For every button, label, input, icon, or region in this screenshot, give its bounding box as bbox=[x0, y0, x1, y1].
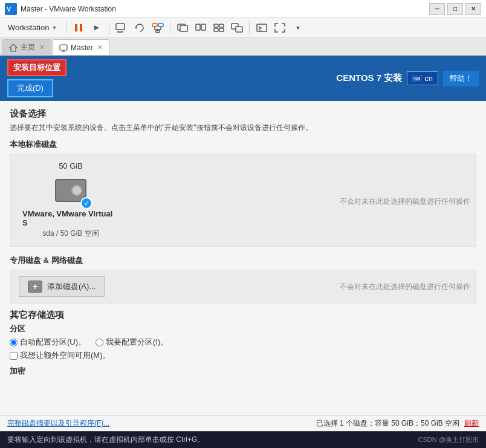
svg-rect-24 bbox=[219, 28, 224, 31]
svg-rect-5 bbox=[116, 24, 125, 30]
extra-space-option[interactable]: 我想让额外空间可用(M)。 bbox=[10, 350, 476, 361]
auto-partition-label: 自动配置分区(U)。 bbox=[20, 337, 86, 348]
tab-home[interactable]: 主页 ✕ bbox=[2, 39, 51, 55]
svg-rect-20 bbox=[201, 24, 206, 30]
disk-info: sda / 50 GiB 空闲 bbox=[42, 229, 99, 239]
terminal-icon[interactable]: _ bbox=[253, 19, 270, 36]
disk-icon: ✓ bbox=[53, 175, 89, 206]
svg-rect-26 bbox=[236, 27, 242, 32]
workstation-label: Workstation bbox=[8, 23, 49, 32]
keyboard-icon: ⌨ bbox=[412, 75, 422, 82]
disk-section: 50 GiB ✓ VMware, VMware Virtual S sda / … bbox=[10, 154, 476, 249]
check-overlay: ✓ bbox=[80, 197, 92, 209]
manual-partition-option[interactable]: 我要配置分区(I)。 bbox=[96, 337, 168, 348]
page-title: CENTOS 7 安装 bbox=[336, 73, 402, 84]
extra-space-label: 我想让额外空间可用(M)。 bbox=[20, 350, 111, 361]
close-button[interactable]: ✕ bbox=[465, 3, 481, 15]
summary-right: 已选择 1 个磁盘；容量 50 GiB；50 GiB 空闲 刷新 bbox=[316, 418, 479, 429]
tab-master[interactable]: Master ✕ bbox=[53, 39, 109, 55]
special-disk-right-note: 不会对未在此处选择的磁盘进行任何操作 bbox=[340, 282, 470, 292]
done-button[interactable]: 完成(D) bbox=[7, 79, 53, 97]
svg-marker-4 bbox=[94, 25, 99, 30]
lang-text: cn bbox=[424, 74, 433, 83]
tab-master-close[interactable]: ✕ bbox=[97, 44, 103, 51]
pause-dropdown-icon[interactable] bbox=[88, 19, 105, 36]
switch-vm-icon[interactable] bbox=[113, 19, 130, 36]
auto-partition-option[interactable]: 自动配置分区(U)。 bbox=[10, 337, 86, 348]
content-body: 设备选择 选择要在其中安装系统的设备。点击主菜单中的"开始安装"按钮前不会对该设… bbox=[0, 101, 486, 415]
title-bar: V Master - VMware Workstation ─ □ ✕ bbox=[0, 0, 486, 18]
vmware-logo: V bbox=[5, 3, 17, 15]
special-disk-title: 专用磁盘 & 网络磁盘 bbox=[10, 255, 476, 266]
disk-right-note: 不会对未在此处选择的磁盘进行任何操作 bbox=[340, 196, 470, 207]
partition-radio-group: 自动配置分区(U)。 我要配置分区(I)。 bbox=[10, 337, 476, 348]
sep1 bbox=[66, 21, 66, 34]
add-disk-label: 添加磁盘(A)... bbox=[47, 281, 96, 292]
other-storage-title: 其它存储选项 bbox=[10, 310, 476, 321]
content-header: 安装目标位置 完成(D) CENTOS 7 安装 ⌨ cn 帮助！ bbox=[0, 56, 486, 101]
network1-icon[interactable] bbox=[149, 19, 166, 36]
revert-icon[interactable] bbox=[131, 19, 148, 36]
section-label: 安装目标位置 bbox=[7, 59, 66, 76]
sep4 bbox=[249, 21, 250, 34]
manual-partition-label: 我要配置分区(I)。 bbox=[106, 337, 168, 348]
header-right: CENTOS 7 安装 ⌨ cn 帮助！ bbox=[336, 71, 479, 86]
language-selector[interactable]: ⌨ cn bbox=[407, 71, 438, 85]
svg-rect-22 bbox=[219, 24, 224, 27]
window-controls: ─ □ ✕ bbox=[429, 3, 481, 15]
special-disk-section: 添加磁盘(A)... 不会对未在此处选择的磁盘进行任何操作 bbox=[10, 270, 476, 304]
status-hint: 要将输入定向到该虚拟机，请在虚拟机内部单击或按 Ctrl+G。 bbox=[7, 435, 204, 445]
extra-space-checkbox[interactable] bbox=[10, 352, 18, 360]
workstation-arrow: ▼ bbox=[51, 25, 57, 31]
tab-bar: 主页 ✕ Master ✕ bbox=[0, 37, 486, 56]
header-left: 安装目标位置 完成(D) bbox=[7, 59, 66, 97]
dropdown-icon[interactable] bbox=[290, 19, 306, 36]
menu-bar: Workstation ▼ bbox=[0, 18, 486, 37]
summary-bar: 完整磁盘摘要以及引导程序(F)... 已选择 1 个磁盘；容量 50 GiB；5… bbox=[0, 415, 486, 431]
sep3 bbox=[170, 21, 170, 34]
svg-rect-21 bbox=[214, 24, 218, 27]
minimize-button[interactable]: ─ bbox=[429, 3, 445, 15]
home-icon bbox=[9, 44, 18, 52]
svg-rect-3 bbox=[80, 24, 82, 31]
disk-item[interactable]: 50 GiB ✓ VMware, VMware Virtual S sda / … bbox=[10, 154, 131, 246]
svg-rect-18 bbox=[180, 25, 187, 31]
sep2 bbox=[109, 21, 109, 34]
help-button[interactable]: 帮助！ bbox=[443, 71, 479, 86]
svg-rect-11 bbox=[158, 24, 163, 27]
tab-home-close[interactable]: ✕ bbox=[39, 44, 45, 51]
restore-button[interactable]: □ bbox=[447, 3, 463, 15]
svg-text:V: V bbox=[7, 5, 11, 13]
encrypt-title: 加密 bbox=[10, 366, 476, 377]
svg-text:⌨: ⌨ bbox=[413, 76, 421, 82]
device-section-desc: 选择要在其中安装系统的设备。点击主菜单中的"开始安装"按钮前不会对该设备进行任何… bbox=[10, 122, 476, 133]
summary-link[interactable]: 完整磁盘摘要以及引导程序(F)... bbox=[7, 418, 109, 429]
status-watermark: CSDN @换主打图市 bbox=[418, 435, 479, 444]
vm-icon bbox=[59, 44, 68, 52]
window-title: Master - VMware Workstation bbox=[21, 5, 429, 13]
partition-title: 分区 bbox=[10, 323, 476, 334]
manual-partition-radio[interactable] bbox=[96, 339, 103, 346]
auto-partition-radio[interactable] bbox=[10, 339, 18, 346]
svg-rect-23 bbox=[214, 28, 218, 31]
refresh-link[interactable]: 刷新 bbox=[464, 418, 479, 429]
win2-icon[interactable] bbox=[192, 19, 209, 36]
extra-space-wrap: 我想让额外空间可用(M)。 bbox=[10, 350, 476, 361]
svg-rect-31 bbox=[60, 45, 67, 50]
svg-rect-2 bbox=[75, 24, 77, 31]
status-bar: 要将输入定向到该虚拟机，请在虚拟机内部单击或按 Ctrl+G。 CSDN @换主… bbox=[0, 431, 486, 448]
encrypt-section: 加密 bbox=[10, 366, 476, 377]
main-area: 安装目标位置 完成(D) CENTOS 7 安装 ⌨ cn 帮助！ 设备选择 选… bbox=[0, 56, 486, 431]
win3-icon[interactable] bbox=[210, 19, 227, 36]
workstation-menu[interactable]: Workstation ▼ bbox=[2, 20, 62, 35]
local-disk-title: 本地标准磁盘 bbox=[10, 139, 476, 150]
svg-marker-9 bbox=[135, 27, 137, 29]
add-disk-icon bbox=[28, 281, 42, 293]
fullscreen-icon[interactable] bbox=[271, 19, 288, 36]
add-disk-button[interactable]: 添加磁盘(A)... bbox=[19, 276, 105, 297]
pause-icon[interactable] bbox=[70, 19, 87, 36]
disk-size: 50 GiB bbox=[59, 161, 83, 170]
svg-rect-10 bbox=[152, 24, 157, 27]
win1-icon[interactable] bbox=[174, 19, 191, 36]
win4-icon[interactable] bbox=[228, 19, 245, 36]
